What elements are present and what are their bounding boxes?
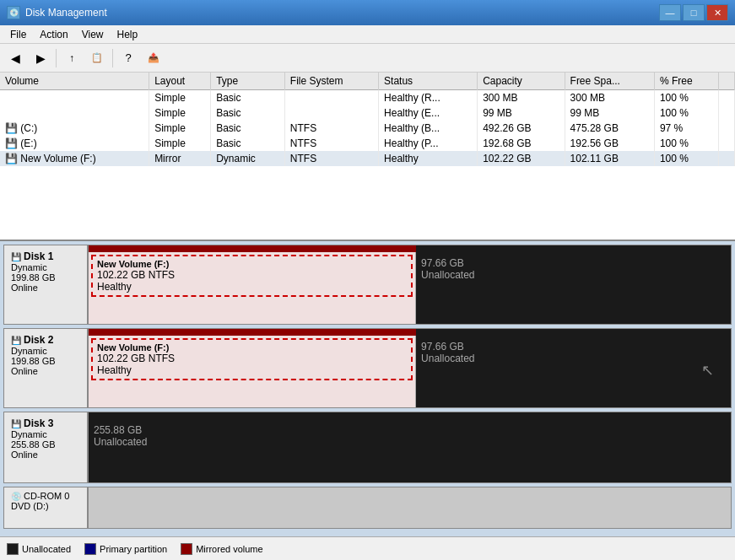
table-cell-6: 300 MB [565,90,654,106]
disk-2-unalloc[interactable]: 97.66 GB Unallocated ↖ [416,336,731,407]
table-cell-5: 192.68 GB [478,136,565,151]
disk-3-unalloc-label: Unallocated [94,436,726,448]
disk-2-status: Online [11,366,80,376]
col-layout: Layout [149,73,211,90]
disk-2-vol-status: Healthy [97,364,407,376]
disk-1-partitions: New Volume (F:) 102.22 GB NTFS Healthy 9… [89,252,731,324]
table-cell-6: 99 MB [565,105,654,121]
disk-area[interactable]: 💾 Disk 1 Dynamic 199.88 GB Online New Vo… [0,241,735,536]
table-cell-7: 97 % [654,121,718,136]
menu-view[interactable]: View [75,27,111,42]
table-cell-0: 💾 New Volume (F:) [0,151,149,166]
table-cell-7: 100 % [654,90,718,106]
table-row[interactable]: SimpleBasicHealthy (E...99 MB99 MB100 % [0,105,735,121]
disk-1-partition-mirror[interactable]: New Volume (F:) 102.22 GB NTFS Healthy [89,252,416,324]
table-cell-7: 100 % [654,151,718,166]
table-header-row: Volume Layout Type File System Status Ca… [0,73,735,90]
col-volume: Volume [0,73,149,90]
cursor-indicator: ↖ [701,361,714,380]
menu-help[interactable]: Help [111,27,145,42]
table-cell-1: Simple [149,90,211,106]
close-button[interactable]: ✕ [706,4,728,21]
volume-icon: 💾 [5,153,20,164]
legend-bar: Unallocated Primary partition Mirrored v… [0,536,735,560]
cdrom-icon: 💿 [11,492,21,501]
disk-3-info: 💾 Disk 3 Dynamic 255.88 GB Online [4,412,89,482]
legend-mirrored-label: Mirrored volume [196,544,262,554]
table-cell-4: Healthy [379,151,478,166]
table-cell-1: Simple [149,136,211,151]
disk-2-type: Dynamic [11,346,80,356]
disk-2-vol-name: New Volume (F:) [97,342,407,353]
disk-1-volumes: New Volume (F:) 102.22 GB NTFS Healthy 9… [89,245,731,324]
disk-3-name: 💾 Disk 3 [11,417,80,429]
disk-3-size: 255.88 GB [11,439,80,450]
disk-3-status: Online [11,450,80,460]
table-cell-8 [718,151,734,166]
disk-3-bar-unalloc [89,412,731,419]
back-button[interactable]: ◀ [3,47,27,69]
table-cell-3: NTFS [284,151,378,166]
col-filesystem: File System [284,73,378,90]
table-cell-8 [718,90,734,106]
disk-2-partitions: New Volume (F:) 102.22 GB NTFS Healthy 9… [89,336,731,407]
disk-1-unalloc-size: 97.66 GB [421,257,726,269]
title-bar: 💿 Disk Management — □ ✕ [0,0,735,25]
forward-button[interactable]: ▶ [29,47,52,69]
legend-unallocated-label: Unallocated [22,544,71,554]
disk-3-partitions: 255.88 GB Unallocated [89,419,731,482]
col-extra [718,73,734,90]
table-cell-3 [284,105,378,121]
export-button[interactable]: 📤 [142,47,165,69]
table-cell-0 [0,105,149,121]
table-row[interactable]: 💾 (E:)SimpleBasicNTFSHealthy (P...192.68… [0,136,735,151]
disk-icon: 💾 [11,252,21,261]
disk-1-unalloc-label: Unallocated [421,269,726,281]
disk-1-name: 💾 Disk 1 [11,250,80,262]
table-row[interactable]: SimpleBasicHealthy (R...300 MB300 MB100 … [0,90,735,106]
disk-2-unalloc-label: Unallocated [421,353,726,364]
disk-3-unalloc[interactable]: 255.88 GB Unallocated [89,419,731,482]
volumes-table-area: Volume Layout Type File System Status Ca… [0,73,735,241]
menu-file[interactable]: File [3,27,33,42]
col-capacity: Capacity [478,73,565,90]
app-icon: 💿 [7,6,20,19]
table-cell-5: 99 MB [478,105,565,121]
menu-action[interactable]: Action [33,27,74,42]
table-cell-6: 102.11 GB [565,151,654,166]
table-row[interactable]: 💾 New Volume (F:)MirrorDynamicNTFSHealth… [0,151,735,166]
disk-row-2: 💾 Disk 2 Dynamic 199.88 GB Online New Vo… [3,328,732,408]
disk-2-partition-mirror[interactable]: New Volume (F:) 102.22 GB NTFS Healthy [89,336,416,407]
minimize-button[interactable]: — [659,4,681,21]
window-title: Disk Management [25,7,107,19]
table-cell-2: Basic [211,136,285,151]
col-type: Type [211,73,285,90]
help-icon-btn[interactable]: ? [116,47,140,69]
cdrom-0-type: DVD (D:) [11,501,80,511]
disk-2-bar-mirror [89,329,416,336]
volumes-table: Volume Layout Type File System Status Ca… [0,73,735,166]
volume-icon: 💾 [5,137,20,149]
disk-3-type: Dynamic [11,429,80,439]
maximize-button[interactable]: □ [683,4,705,21]
disk-3-volumes: 255.88 GB Unallocated [89,412,731,482]
up-button[interactable]: ↑ [60,47,84,69]
legend-mirrored-box [181,543,192,555]
disk-1-unalloc[interactable]: 97.66 GB Unallocated [416,252,731,324]
toolbar: ◀ ▶ ↑ 📋 ? 📤 [0,44,735,73]
disk-3-bar [89,412,731,419]
disk-1-type: Dynamic [11,262,80,272]
cdrom-0-name: 💿 CD-ROM 0 [11,491,80,501]
disk-1-status: Online [11,283,80,293]
properties-button[interactable]: 📋 [85,47,109,69]
table-row[interactable]: 💾 (C:)SimpleBasicNTFSHealthy (B...492.26… [0,121,735,136]
table-cell-0: 💾 (C:) [0,121,149,136]
cdrom-row-0: 💿 CD-ROM 0 DVD (D:) [3,487,732,529]
table-cell-5: 492.26 GB [478,121,565,136]
table-cell-4: Healthy (E... [379,105,478,121]
cdrom-0-info: 💿 CD-ROM 0 DVD (D:) [4,487,89,528]
disk-3-icon: 💾 [11,419,21,428]
legend-unallocated-box [7,543,19,555]
table-cell-8 [718,105,734,121]
table-cell-5: 102.22 GB [478,151,565,166]
